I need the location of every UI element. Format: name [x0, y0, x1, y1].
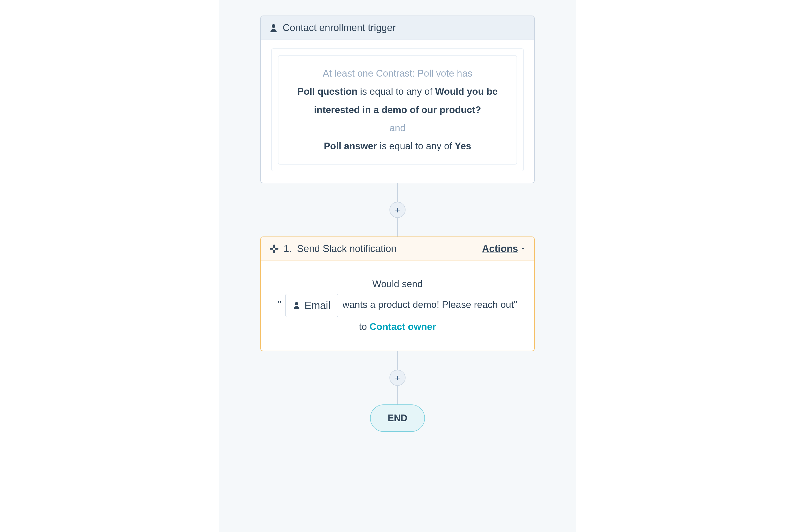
trigger-clause-2: Poll answer is equal to any of Yes	[290, 137, 505, 155]
to-label: to	[359, 321, 370, 332]
action-card-body: Would send " Email wants a product demo!…	[261, 261, 534, 350]
trigger-inner-wrap: At least one Contrast: Poll vote has Pol…	[271, 49, 524, 171]
end-node: END	[370, 404, 425, 432]
action-menu-label: Actions	[482, 243, 518, 254]
action-would-send: Would send	[271, 274, 524, 293]
svg-rect-4	[275, 248, 279, 250]
action-recipient-line: to Contact owner	[271, 317, 524, 336]
svg-point-5	[295, 302, 298, 305]
trigger-conjunction: and	[290, 119, 505, 137]
connector-line	[397, 386, 398, 404]
quote-open: "	[278, 299, 281, 310]
message-tail: wants a product demo! Please reach out"	[342, 299, 517, 310]
trigger-card-body: At least one Contrast: Poll vote has Pol…	[261, 40, 534, 183]
trigger-card-header: Contact enrollment trigger	[261, 16, 534, 40]
action-card-header: 1. Send Slack notification Actions	[261, 237, 534, 261]
token-label: Email	[305, 295, 330, 316]
clause1-op: is equal to any of	[357, 86, 435, 97]
trigger-condition-box: At least one Contrast: Poll vote has Pol…	[278, 55, 517, 165]
svg-point-0	[272, 24, 276, 28]
trigger-lead-text: At least one Contrast: Poll vote has	[290, 64, 505, 82]
action-message-line: " Email wants a product demo! Please rea…	[271, 294, 524, 317]
email-token[interactable]: Email	[285, 294, 338, 317]
action-title: Send Slack notification	[297, 243, 396, 254]
contact-icon	[293, 301, 300, 309]
clause2-value: Yes	[455, 141, 471, 151]
add-step-button[interactable]: ＋	[390, 370, 405, 386]
clause1-field: Poll question	[297, 86, 357, 97]
contact-icon	[270, 23, 278, 32]
svg-rect-1	[273, 245, 275, 248]
caret-down-icon	[521, 247, 525, 250]
connector-line	[397, 183, 398, 202]
workflow-canvas: Contact enrollment trigger At least one …	[219, 0, 576, 532]
connector-line	[397, 218, 398, 236]
add-step-button[interactable]: ＋	[390, 202, 405, 218]
action-card[interactable]: 1. Send Slack notification Actions Would…	[260, 236, 535, 351]
svg-rect-3	[270, 248, 273, 250]
recipient-link[interactable]: Contact owner	[370, 321, 436, 332]
svg-rect-2	[273, 250, 275, 253]
action-index: 1.	[284, 243, 292, 254]
trigger-title: Contact enrollment trigger	[283, 22, 396, 33]
clause2-field: Poll answer	[324, 141, 377, 151]
action-menu[interactable]: Actions	[482, 243, 525, 254]
clause2-op: is equal to any of	[377, 141, 455, 151]
connector-line	[397, 351, 398, 370]
slack-icon	[270, 245, 279, 253]
trigger-clause-1: Poll question is equal to any of Would y…	[290, 82, 505, 119]
trigger-card[interactable]: Contact enrollment trigger At least one …	[260, 16, 535, 183]
